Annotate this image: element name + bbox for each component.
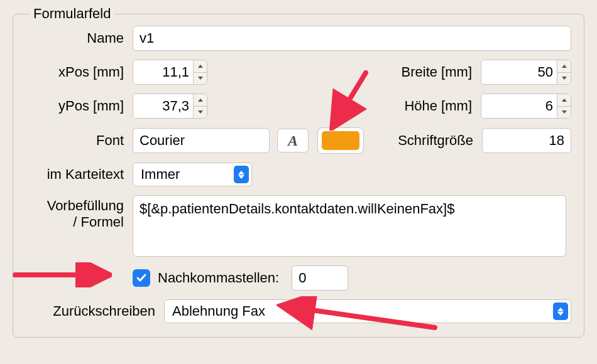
vorbefuellung-label-line1: Vorbefüllung: [26, 198, 124, 214]
karteitext-row: im Karteitext Immer: [26, 163, 571, 186]
font-label: Font: [26, 132, 133, 149]
hoehe-spinner[interactable]: [481, 94, 571, 119]
color-swatch-button[interactable]: [317, 127, 364, 154]
xpos-stepper-buttons: [193, 60, 207, 84]
breite-input[interactable]: [481, 60, 557, 84]
spinner-down-icon[interactable]: [194, 107, 207, 119]
zurueckschreiben-selected-value: Ablehnung Fax: [172, 303, 547, 319]
breite-stepper-buttons: [557, 60, 571, 84]
ypos-label: yPos [mm]: [26, 98, 133, 114]
spinner-up-icon[interactable]: [557, 94, 571, 107]
name-row: Name: [26, 26, 571, 51]
schriftgroesse-input[interactable]: [482, 128, 571, 153]
xpos-spinner[interactable]: [133, 60, 207, 85]
name-input[interactable]: [133, 26, 571, 51]
font-letter-icon: A: [288, 132, 298, 149]
spinner-down-icon[interactable]: [194, 73, 207, 85]
ypos-spinner[interactable]: [133, 94, 207, 119]
breite-label: Breite [mm]: [386, 64, 481, 80]
nachkommastellen-row: Nachkommastellen:: [26, 265, 571, 291]
zurueckschreiben-label: Zurückschreiben: [26, 303, 164, 319]
font-input[interactable]: [133, 128, 270, 153]
spinner-down-icon[interactable]: [557, 73, 571, 85]
xpos-label: xPos [mm]: [26, 64, 133, 80]
ypos-input[interactable]: [133, 94, 193, 118]
color-swatch-icon: [322, 131, 359, 150]
nachkommastellen-checkbox[interactable]: [133, 269, 150, 287]
karteitext-label: im Karteitext: [26, 166, 133, 183]
breite-spinner[interactable]: [481, 60, 571, 85]
vorbefuellung-row: Vorbefüllung / Formel: [26, 195, 571, 257]
hoehe-input[interactable]: [481, 94, 557, 118]
ypos-hoehe-row: yPos [mm] Höhe [mm]: [26, 94, 571, 119]
schriftgroesse-label: Schriftgröße: [388, 132, 482, 149]
hoehe-label: Höhe [mm]: [386, 98, 481, 114]
nachkommastellen-label: Nachkommastellen:: [158, 270, 279, 286]
karteitext-selected-value: Immer: [141, 166, 227, 183]
groupbox-legend: Formularfeld: [30, 6, 114, 22]
spinner-up-icon[interactable]: [557, 60, 571, 73]
vorbefuellung-label: Vorbefüllung / Formel: [26, 195, 133, 230]
hoehe-stepper-buttons: [557, 94, 571, 118]
xpos-breite-row: xPos [mm] Breite [mm]: [26, 60, 571, 85]
vorbefuellung-textarea[interactable]: [133, 195, 566, 257]
checkmark-icon: [136, 272, 147, 284]
nachkommastellen-input[interactable]: [292, 265, 348, 291]
select-updown-icon: [234, 166, 249, 183]
karteitext-select[interactable]: Immer: [133, 163, 252, 186]
spinner-up-icon[interactable]: [194, 94, 207, 107]
vorbefuellung-label-line2: / Formel: [26, 214, 124, 230]
spinner-up-icon[interactable]: [194, 60, 207, 73]
font-picker-button[interactable]: A: [277, 129, 309, 153]
formularfeld-groupbox: Formularfeld Name xPos [mm] Breite [: [13, 14, 584, 338]
font-row: Font A Schriftgröße: [26, 127, 571, 154]
select-updown-icon: [553, 302, 568, 320]
xpos-input[interactable]: [133, 60, 193, 84]
name-label: Name: [26, 30, 133, 46]
ypos-stepper-buttons: [193, 94, 207, 118]
zurueckschreiben-row: Zurückschreiben Ablehnung Fax: [26, 299, 571, 323]
spinner-down-icon[interactable]: [557, 107, 571, 119]
zurueckschreiben-select[interactable]: Ablehnung Fax: [164, 299, 571, 323]
